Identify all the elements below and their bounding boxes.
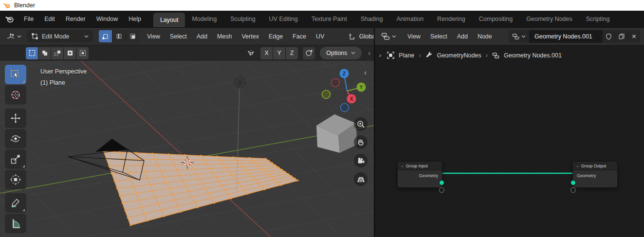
- node-canvas[interactable]: › Plane › GeometryNodes ›: [375, 45, 644, 237]
- breadcrumb-separator: ›: [486, 52, 488, 59]
- viewport-menu-add[interactable]: Add: [192, 33, 212, 40]
- mirror-y-button[interactable]: Y: [273, 47, 285, 59]
- node-menu-node[interactable]: Node: [473, 33, 497, 40]
- menu-help[interactable]: Help: [123, 11, 147, 27]
- tab-compositing[interactable]: Compositing: [472, 11, 519, 27]
- select-set-button[interactable]: [26, 47, 38, 59]
- viewport-menu-face[interactable]: Face: [288, 33, 311, 40]
- select-subtract-button[interactable]: [51, 47, 63, 59]
- transform-orientation-dropdown[interactable]: Global: [348, 33, 374, 40]
- proportional-edit-button[interactable]: [303, 47, 315, 59]
- tool-cursor[interactable]: [5, 85, 26, 105]
- geometry-output-socket[interactable]: [439, 180, 444, 185]
- tool-settings-bar: X Y Z Options ›: [0, 45, 374, 61]
- node-tree-selector[interactable]: [509, 30, 529, 43]
- mirror-icon: [247, 49, 256, 57]
- viewport-menu-select[interactable]: Select: [165, 33, 192, 40]
- virtual-input-socket[interactable]: [570, 187, 576, 193]
- viewport-menu-mesh[interactable]: Mesh: [212, 33, 237, 40]
- blender-window: Blender File Edit Render Window Help Lay…: [0, 0, 644, 237]
- mesh-object-icon: [387, 52, 394, 59]
- orientation-axes-icon: [348, 33, 356, 40]
- chevron-down-icon: [521, 35, 526, 38]
- fake-user-shield-button[interactable]: [602, 30, 615, 43]
- tool-measure[interactable]: [5, 214, 26, 233]
- pan-hand-button[interactable]: [354, 135, 368, 149]
- node-menu-select[interactable]: Select: [425, 33, 452, 40]
- tab-animation[interactable]: Animation: [390, 11, 431, 27]
- editor-type-node-button[interactable]: [379, 32, 399, 40]
- select-invert-button[interactable]: [64, 47, 76, 59]
- group-output-node[interactable]: ⌄ Group Output Geometry: [572, 161, 618, 188]
- mirror-z-button[interactable]: Z: [286, 47, 298, 59]
- header-overflow-arrow[interactable]: ›: [367, 49, 372, 57]
- viewport-menu-view[interactable]: View: [142, 33, 165, 40]
- tab-geometry-nodes[interactable]: Geometry Nodes: [519, 11, 579, 27]
- geometry-input-socket[interactable]: [570, 180, 576, 185]
- menu-window[interactable]: Window: [91, 11, 123, 27]
- mode-dropdown[interactable]: Edit Mode: [27, 30, 93, 42]
- node-menu-add[interactable]: Add: [452, 33, 473, 40]
- tab-texture-paint[interactable]: Texture Paint: [305, 11, 354, 27]
- select-intersect-button[interactable]: [76, 47, 89, 59]
- breadcrumb-modifier[interactable]: GeometryNodes: [437, 52, 481, 59]
- select-extend-button[interactable]: [38, 47, 51, 59]
- tool-move[interactable]: [5, 109, 26, 128]
- tab-layout[interactable]: Layout: [153, 13, 185, 27]
- virtual-output-socket[interactable]: [439, 187, 444, 193]
- blender-logo-icon: [3, 2, 11, 9]
- chevron-down-icon: [84, 35, 89, 38]
- sidebar-collapse-arrow[interactable]: ‹: [364, 69, 367, 76]
- menu-render[interactable]: Render: [60, 11, 91, 27]
- breadcrumb-toggle-arrow[interactable]: ›: [378, 52, 383, 59]
- menu-file[interactable]: File: [18, 11, 39, 27]
- vertex-select-button[interactable]: [99, 30, 112, 42]
- viewport-menu-edge[interactable]: Edge: [264, 33, 288, 40]
- camera-view-button[interactable]: [354, 154, 368, 167]
- options-label: Options: [326, 50, 347, 56]
- navigation-gizmo[interactable]: Z Y X: [321, 67, 370, 115]
- options-dropdown[interactable]: Options: [320, 47, 362, 59]
- breadcrumb-separator: ›: [419, 52, 421, 59]
- edge-select-button[interactable]: [112, 30, 126, 42]
- collapse-chevron-icon: ⌄: [576, 164, 579, 168]
- tool-annotate[interactable]: [5, 193, 26, 213]
- blender-menu-icon[interactable]: [0, 11, 18, 27]
- breadcrumb: › Plane › GeometryNodes ›: [378, 52, 562, 59]
- node-tree-name-field[interactable]: Geometry Nodes.001: [529, 30, 602, 43]
- group-output-header[interactable]: ⌄ Group Output: [573, 162, 617, 170]
- tab-rendering[interactable]: Rendering: [430, 11, 472, 27]
- group-input-header[interactable]: ⌄ Group Input: [398, 162, 442, 170]
- tab-sculpting[interactable]: Sculpting: [223, 11, 262, 27]
- menu-edit[interactable]: Edit: [39, 11, 60, 27]
- zoom-button[interactable]: [354, 117, 368, 131]
- viewport-canvas[interactable]: User Perspective (1) Plane Z Y X: [0, 61, 374, 237]
- tool-scale[interactable]: [5, 149, 26, 169]
- face-select-button[interactable]: [126, 30, 139, 42]
- chevron-down-icon: [351, 52, 355, 55]
- mirror-x-button[interactable]: X: [260, 47, 273, 59]
- breadcrumb-tree[interactable]: Geometry Nodes.001: [504, 52, 562, 59]
- grid-perspective-button[interactable]: [354, 172, 368, 186]
- viewport-header: Edit Mode View Select Add: [0, 28, 374, 45]
- tab-uv-editing[interactable]: UV Editing: [262, 11, 305, 27]
- tool-transform[interactable]: [5, 170, 26, 189]
- tool-select-box[interactable]: [5, 65, 26, 84]
- mirror-axis-group: X Y Z: [260, 47, 298, 59]
- viewport-menu-uv[interactable]: UV: [311, 33, 329, 40]
- duplicate-datablock-button[interactable]: [615, 30, 627, 43]
- topbar: File Edit Render Window Help Layout Mode…: [0, 11, 644, 28]
- group-input-node[interactable]: ⌄ Group Input Geometry: [397, 161, 442, 188]
- viewport-menu-vertex[interactable]: Vertex: [237, 33, 263, 40]
- unlink-datablock-button[interactable]: ✕: [627, 30, 640, 43]
- node-tree-icon: [512, 33, 519, 40]
- node-title: Group Output: [581, 164, 607, 168]
- node-menu-view[interactable]: View: [403, 33, 425, 40]
- breadcrumb-object[interactable]: Plane: [399, 52, 414, 59]
- viewport-pane: Edit Mode View Select Add: [0, 28, 375, 237]
- tab-modeling[interactable]: Modeling: [185, 11, 223, 27]
- tab-scripting[interactable]: Scripting: [579, 11, 617, 27]
- tab-shading[interactable]: Shading: [354, 11, 390, 27]
- editor-type-3d-viewport-button[interactable]: [4, 33, 24, 40]
- tool-rotate[interactable]: [5, 129, 26, 148]
